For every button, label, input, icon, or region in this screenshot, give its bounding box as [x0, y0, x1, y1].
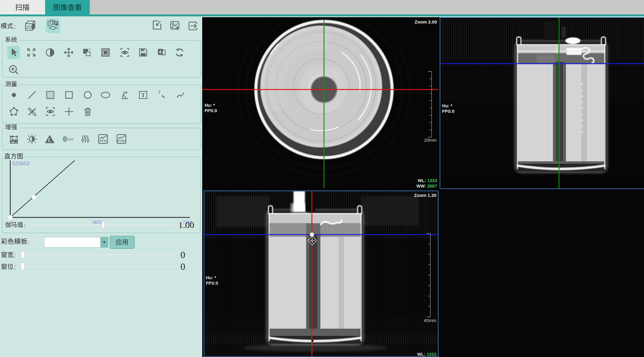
svg-text:WW: 2667: WW: 2667	[416, 184, 437, 188]
svg-text:20mm: 20mm	[424, 137, 437, 143]
svg-text:T: T	[158, 90, 161, 95]
svg-text:Hu: *: Hu: *	[206, 275, 216, 280]
svg-text:T: T	[141, 92, 145, 98]
svg-text:WL: 1333: WL: 1333	[418, 178, 437, 183]
svg-text:2D: 2D	[26, 24, 32, 30]
svg-text:Zoom 1.30: Zoom 1.30	[414, 193, 436, 198]
svg-text:WL: 1333: WL: 1333	[417, 352, 436, 356]
svg-text:3: 3	[49, 20, 51, 25]
svg-text:FPS:0: FPS:0	[442, 109, 454, 114]
svg-text:FPS:0: FPS:0	[205, 108, 217, 113]
svg-text:GS: GS	[68, 137, 74, 141]
svg-text:PYM: PYM	[100, 140, 107, 143]
svg-text:L: L	[48, 137, 52, 144]
svg-text:PYM2: PYM2	[117, 140, 126, 143]
svg-text:Hu: *: Hu: *	[442, 103, 452, 108]
svg-text:Zoom 2.00: Zoom 2.00	[415, 19, 437, 24]
svg-text:522653: 522653	[12, 161, 30, 166]
svg-text:40mm: 40mm	[424, 318, 436, 323]
svg-text:Hu: *: Hu: *	[205, 103, 215, 108]
svg-text:FPS:0: FPS:0	[206, 281, 218, 286]
svg-text:D: D	[54, 21, 58, 25]
